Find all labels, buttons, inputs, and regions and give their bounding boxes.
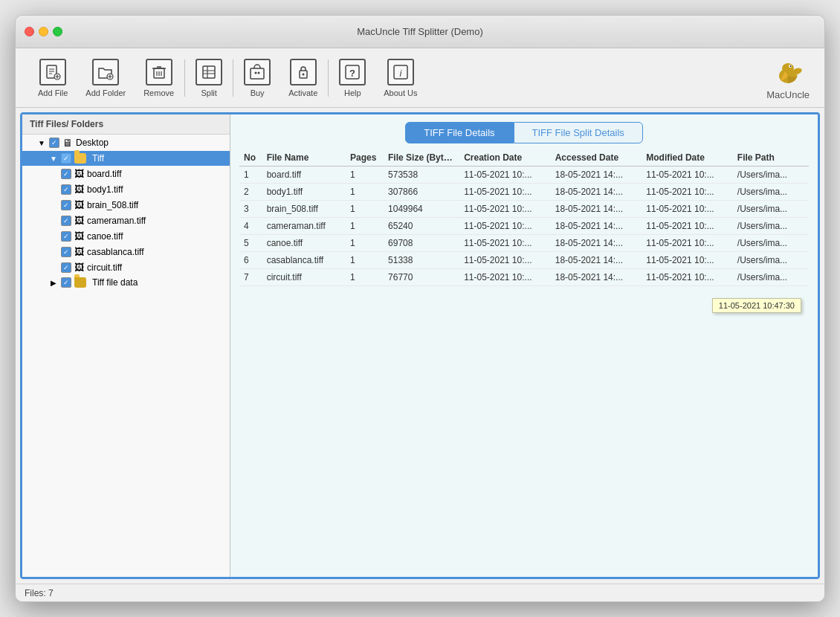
cell-size: 307866: [384, 184, 459, 201]
toolbar-group-left: Add File Add Folder: [30, 54, 181, 102]
tree-label-tiff: Tiff: [92, 153, 104, 164]
cell-modified: 11-05-2021 10:...: [642, 201, 733, 218]
file-icon-body1: 🖼: [74, 184, 84, 195]
window-title: MacUncle Tiff Splitter (Demo): [357, 26, 483, 37]
tree-label-cameraman: cameraman.tiff: [87, 216, 146, 226]
tree-item-body1[interactable]: 🖼 body1.tiff: [22, 181, 230, 197]
remove-label: Remove: [143, 88, 174, 97]
svg-point-24: [302, 73, 304, 75]
table-row[interactable]: 1 board.tiff 1 573538 11-05-2021 10:... …: [239, 167, 809, 184]
cell-pages: 1: [346, 167, 384, 184]
add-folder-icon: [92, 59, 119, 85]
help-button[interactable]: ? Help: [332, 54, 373, 102]
cell-size: 76770: [384, 269, 459, 286]
cell-no: 3: [239, 201, 262, 218]
checkbox-cameraman[interactable]: [61, 216, 71, 226]
cell-creation: 11-05-2021 10:...: [459, 269, 551, 286]
cell-path: /Users/ima...: [733, 269, 809, 286]
tree-item-tiff[interactable]: ▼ Tiff: [22, 151, 230, 166]
tab-file-details[interactable]: TIFF File Details: [405, 122, 513, 143]
col-header-name: File Name: [262, 149, 346, 167]
buy-button[interactable]: Buy: [236, 54, 278, 102]
checkbox-body1[interactable]: [61, 184, 71, 195]
statusbar: Files: 7: [16, 584, 824, 601]
file-details-table: No File Name Pages File Size (Bytes) Cre…: [239, 149, 809, 286]
remove-button[interactable]: Remove: [136, 54, 181, 102]
svg-rect-16: [203, 66, 215, 78]
checkbox-casablanca[interactable]: [61, 247, 71, 257]
macuncle-area: MacUncle: [766, 55, 810, 100]
split-button[interactable]: Split: [188, 54, 230, 102]
tree-item-brain[interactable]: 🖼 brain_508.tiff: [22, 197, 230, 213]
tree-item-board[interactable]: 🖼 board.tiff: [22, 166, 230, 181]
tree-item-desktop[interactable]: ▼ 🖥 Desktop: [22, 135, 230, 151]
cell-no: 6: [239, 252, 262, 269]
cell-no: 5: [239, 235, 262, 252]
tree-label-casablanca: casablanca.tiff: [87, 247, 144, 257]
table-row[interactable]: 7 circuit.tiff 1 76770 11-05-2021 10:...…: [239, 269, 809, 286]
minimize-button[interactable]: [39, 27, 48, 36]
cell-no: 2: [239, 184, 262, 201]
col-header-modified: Modified Date: [642, 149, 733, 167]
checkbox-tiff[interactable]: [61, 153, 71, 164]
sidebar: Tiff Files/ Folders ▼ 🖥 Desktop ▼ Tiff 🖼…: [22, 114, 230, 577]
checkbox-canoe[interactable]: [61, 231, 71, 242]
checkbox-brain[interactable]: [61, 200, 71, 210]
help-icon: ?: [339, 59, 366, 85]
cell-accessed: 18-05-2021 14:...: [551, 235, 642, 252]
toolbar: Add File Add Folder: [16, 48, 824, 108]
cell-accessed: 18-05-2021 14:...: [551, 218, 642, 235]
tree-item-circuit[interactable]: 🖼 circuit.tiff: [22, 259, 230, 275]
cell-pages: 1: [346, 218, 384, 235]
add-folder-button[interactable]: Add Folder: [78, 54, 133, 102]
tab-split-details[interactable]: TIFF File Split Details: [514, 122, 643, 143]
traffic-lights: [25, 27, 62, 36]
cell-modified: 11-05-2021 10:...: [642, 167, 733, 184]
table-row[interactable]: 3 brain_508.tiff 1 1049964 11-05-2021 10…: [239, 201, 809, 218]
file-icon-circuit: 🖼: [74, 262, 84, 273]
tree-arrow-desktop: ▼: [37, 138, 46, 147]
toolbar-group-buy: Buy Activate: [236, 54, 325, 102]
activate-icon: [290, 59, 317, 85]
table-row[interactable]: 6 casablanca.tiff 1 51338 11-05-2021 10:…: [239, 252, 809, 269]
tree-arrow-tiff-data: ▶: [49, 278, 58, 287]
about-button[interactable]: i About Us: [376, 54, 424, 102]
tree-item-casablanca[interactable]: 🖼 casablanca.tiff: [22, 244, 230, 259]
checkbox-desktop[interactable]: [49, 138, 59, 148]
add-file-button[interactable]: Add File: [30, 54, 75, 102]
toolbar-group-split: Split: [188, 54, 230, 102]
cell-name: board.tiff: [262, 167, 346, 184]
toolbar-group-help: ? Help i About Us: [332, 54, 424, 102]
tree-label-tiff-data: Tiff file data: [92, 277, 138, 288]
tree-item-canoe[interactable]: 🖼 canoe.tiff: [22, 228, 230, 244]
cell-pages: 1: [346, 269, 384, 286]
tree-item-cameraman[interactable]: 🖼 cameraman.tiff: [22, 213, 230, 228]
monitor-icon: 🖥: [62, 137, 73, 149]
cell-path: /Users/ima...: [733, 252, 809, 269]
table-container[interactable]: No File Name Pages File Size (Bytes) Cre…: [230, 143, 818, 577]
checkbox-tiff-data[interactable]: [61, 277, 71, 288]
activate-button[interactable]: Activate: [281, 54, 325, 102]
remove-icon: [146, 59, 172, 85]
table-row[interactable]: 2 body1.tiff 1 307866 11-05-2021 10:... …: [239, 184, 809, 201]
toolbar-right: MacUncle: [766, 55, 810, 100]
svg-text:?: ?: [349, 68, 355, 79]
tree-item-tiff-data[interactable]: ▶ Tiff file data: [22, 275, 230, 290]
buy-label: Buy: [251, 88, 265, 97]
cell-creation: 11-05-2021 10:...: [459, 167, 551, 184]
macuncle-logo-icon: [772, 55, 804, 88]
cell-path: /Users/ima...: [733, 184, 809, 201]
svg-point-21: [255, 71, 257, 74]
file-icon-board: 🖼: [74, 168, 84, 179]
close-button[interactable]: [25, 27, 34, 36]
col-header-path: File Path: [733, 149, 809, 167]
table-header-row: No File Name Pages File Size (Bytes) Cre…: [239, 149, 809, 167]
checkbox-board[interactable]: [61, 169, 71, 179]
table-row[interactable]: 5 canoe.tiff 1 69708 11-05-2021 10:... 1…: [239, 235, 809, 252]
maximize-button[interactable]: [53, 27, 62, 36]
checkbox-circuit[interactable]: [61, 262, 71, 273]
tree-label-desktop: Desktop: [76, 138, 109, 148]
cell-no: 1: [239, 167, 262, 184]
svg-point-32: [790, 65, 792, 67]
table-row[interactable]: 4 cameraman.tiff 1 65240 11-05-2021 10:.…: [239, 218, 809, 235]
